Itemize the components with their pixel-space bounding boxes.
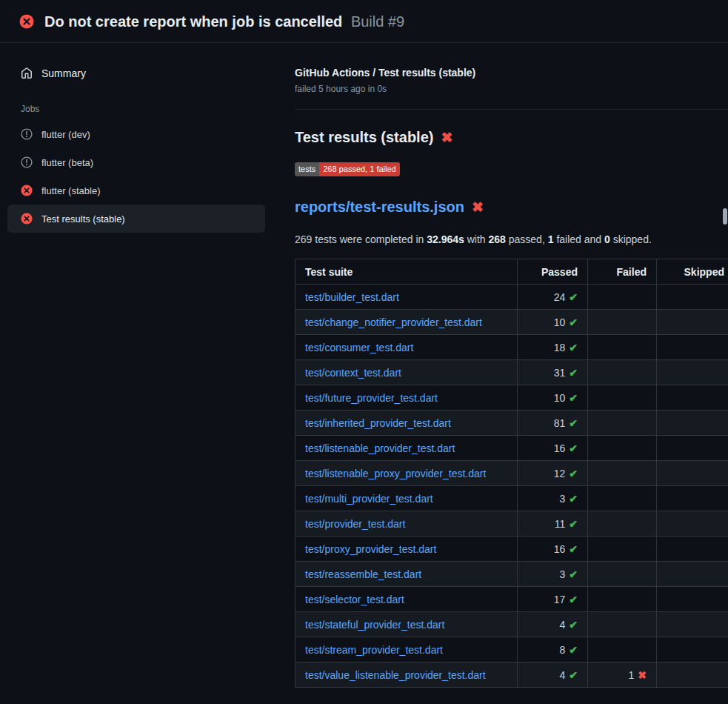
sidebar-item-job[interactable]: flutter (stable) xyxy=(7,176,265,205)
report-link[interactable]: reports/test-results.json ✖ xyxy=(295,199,728,216)
passed-count: 3 xyxy=(559,493,565,505)
table-row: test/multi_provider_test.dart3✔183ms xyxy=(295,486,728,511)
skipped-cell xyxy=(657,537,728,562)
scrollbar-thumb[interactable] xyxy=(723,208,727,225)
passed-count: 4 xyxy=(559,619,565,631)
skipped-cell xyxy=(657,612,728,637)
table-row: test/value_listenable_provider_test.dart… xyxy=(295,663,728,688)
test-suite-link[interactable]: test/change_notifier_provider_test.dart xyxy=(305,316,482,328)
skipped-cell xyxy=(657,360,728,385)
test-suite-link[interactable]: test/value_listenable_provider_test.dart xyxy=(305,669,486,681)
failed-count: 1 xyxy=(628,669,634,681)
failed-cell xyxy=(588,562,657,587)
jobs-section-label: Jobs xyxy=(7,87,265,120)
failed-cell xyxy=(588,385,657,411)
summary-number: 1 xyxy=(548,233,554,245)
passed-count: 10 xyxy=(554,392,566,404)
tests-badge: tests 268 passed, 1 failed xyxy=(295,162,400,176)
skipped-cell xyxy=(657,411,728,436)
passed-cell: 11✔ xyxy=(518,511,588,537)
sidebar-item-summary[interactable]: Summary xyxy=(7,59,265,87)
skipped-cell xyxy=(657,486,728,511)
test-suite-link[interactable]: test/builder_test.dart xyxy=(305,291,399,303)
test-suite-link[interactable]: test/provider_test.dart xyxy=(305,518,405,530)
test-suite-link[interactable]: test/listenable_provider_test.dart xyxy=(305,442,455,454)
passed-count: 12 xyxy=(554,468,566,479)
table-row: test/stateful_provider_test.dart4✔206ms xyxy=(295,612,728,637)
check-icon: ✔ xyxy=(569,543,578,555)
failed-cell xyxy=(588,360,657,385)
section-title-text: Test results (stable) xyxy=(295,129,433,146)
suite-cell: test/multi_provider_test.dart xyxy=(295,486,518,511)
passed-cell: 8✔ xyxy=(518,637,588,663)
passed-cell: 12✔ xyxy=(518,461,588,486)
passed-cell: 3✔ xyxy=(518,562,588,587)
suite-cell: test/proxy_provider_test.dart xyxy=(295,537,518,562)
divider xyxy=(295,109,728,110)
passed-count: 17 xyxy=(554,594,566,605)
passed-cell: 31✔ xyxy=(518,360,588,385)
sidebar-item-job[interactable]: flutter (dev) xyxy=(7,120,265,148)
check-icon: ✔ xyxy=(569,619,578,631)
passed-cell: 10✔ xyxy=(518,310,588,335)
section-title: Test results (stable) ✖ xyxy=(295,129,728,146)
table-row: test/context_test.dart31✔644ms xyxy=(295,360,728,385)
check-icon: ✔ xyxy=(569,493,578,505)
test-suite-link[interactable]: test/reassemble_test.dart xyxy=(305,568,421,580)
layout: Summary Jobs flutter (dev)flutter (beta)… xyxy=(0,43,728,688)
skipped-cell xyxy=(657,511,728,537)
badge-row: tests 268 passed, 1 failed xyxy=(295,146,728,176)
test-suite-link[interactable]: test/selector_test.dart xyxy=(305,594,404,605)
page-title: Do not create report when job is cancell… xyxy=(44,13,404,30)
check-icon: ✔ xyxy=(569,291,578,303)
summary-number: 0 xyxy=(604,233,610,245)
column-header: Failed xyxy=(588,259,657,285)
test-suite-link[interactable]: test/stream_provider_test.dart xyxy=(305,644,443,656)
column-header: Test suite xyxy=(295,259,518,285)
job-label: flutter (stable) xyxy=(41,185,100,196)
table-row: test/listenable_proxy_provider_test.dart… xyxy=(295,461,728,486)
test-suite-link[interactable]: test/stateful_provider_test.dart xyxy=(305,619,444,631)
test-suite-link[interactable]: test/inherited_provider_test.dart xyxy=(305,417,451,429)
passed-count: 16 xyxy=(554,543,566,555)
check-icon: ✔ xyxy=(569,342,578,353)
passed-count: 81 xyxy=(554,417,566,429)
passed-cell: 4✔ xyxy=(518,612,588,637)
table-row: test/change_notifier_provider_test.dart1… xyxy=(295,310,728,335)
test-suite-link[interactable]: test/proxy_provider_test.dart xyxy=(305,543,436,555)
skipped-cell xyxy=(657,335,728,360)
suite-cell: test/listenable_proxy_provider_test.dart xyxy=(295,461,518,486)
sidebar-item-job[interactable]: Test results (stable) xyxy=(7,205,265,233)
passed-count: 11 xyxy=(555,518,566,530)
test-suite-link[interactable]: test/context_test.dart xyxy=(305,367,401,379)
alert-circle-icon xyxy=(21,128,33,140)
alert-circle-icon xyxy=(21,156,33,168)
check-icon: ✔ xyxy=(569,594,578,605)
job-label: Test results (stable) xyxy=(41,213,125,225)
x-icon: ✖ xyxy=(638,669,647,681)
test-suite-link[interactable]: test/listenable_proxy_provider_test.dart xyxy=(305,468,486,479)
failed-cell xyxy=(588,335,657,360)
passed-count: 10 xyxy=(554,316,566,328)
passed-cell: 16✔ xyxy=(518,537,588,562)
job-list: flutter (dev)flutter (beta)flutter (stab… xyxy=(7,120,265,233)
test-suite-link[interactable]: test/future_provider_test.dart xyxy=(305,392,438,404)
failed-cell xyxy=(588,637,657,663)
test-suite-link[interactable]: test/multi_provider_test.dart xyxy=(305,493,433,505)
table-header-row: Test suitePassedFailedSkippedTime xyxy=(295,259,728,285)
suite-cell: test/stateful_provider_test.dart xyxy=(295,612,518,637)
summary-number: 32.964s xyxy=(427,233,464,245)
table-row: test/stream_provider_test.dart8✔259ms xyxy=(295,637,728,663)
failed-cell xyxy=(588,285,657,310)
table-row: test/reassemble_test.dart3✔185ms xyxy=(295,562,728,587)
summary-label: Summary xyxy=(41,67,86,79)
table-row: test/builder_test.dart24✔375ms xyxy=(295,285,728,310)
skipped-cell xyxy=(657,461,728,486)
failed-x-icon: ✖ xyxy=(472,199,484,216)
sidebar-item-job[interactable]: flutter (beta) xyxy=(7,148,265,176)
check-icon: ✔ xyxy=(569,442,578,454)
test-suite-link[interactable]: test/consumer_test.dart xyxy=(305,342,413,353)
failed-x-icon: ✖ xyxy=(441,129,453,146)
suite-cell: test/builder_test.dart xyxy=(295,285,518,310)
suite-cell: test/future_provider_test.dart xyxy=(295,385,518,411)
